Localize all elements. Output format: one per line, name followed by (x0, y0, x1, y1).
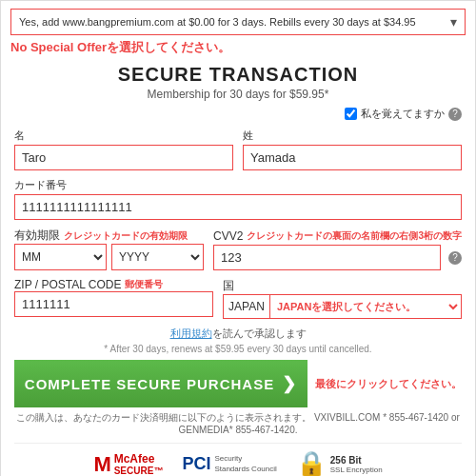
pci-icon: PCI (182, 454, 210, 474)
country-select-wrap: JAPAN JAPANを選択してください。 JAPAN USA UK (223, 294, 462, 319)
offer-bar-text: Yes, add www.bangpremium.com at $0.00 fo… (19, 16, 450, 28)
terms-link[interactable]: 利用規約 (170, 327, 212, 339)
offer-bar[interactable]: Yes, add www.bangpremium.com at $0.00 fo… (10, 9, 466, 35)
title-section: SECURE TRANSACTION Membership for 30 day… (1, 64, 475, 101)
mcafee-badge: M McAfee SECURE™ (93, 452, 163, 477)
expiry-month-select[interactable]: MM 010203 040506 070809 101112 (14, 244, 107, 270)
form-section: 名 姓 カード番号 有効期限 クレジットカードの有効期限 (1, 129, 475, 319)
ssl-label: 256 Bit (330, 455, 383, 466)
chevron-down-icon: ▾ (450, 14, 457, 30)
first-name-label: 名 (14, 129, 233, 143)
last-name-label: 姓 (243, 129, 462, 143)
name-row: 名 姓 (14, 129, 462, 170)
no-special-offer-label: No Special Offerを選択してください。 (10, 39, 466, 56)
page-title: SECURE TRANSACTION (1, 64, 475, 86)
expiry-label: 有効期限 (14, 228, 60, 244)
mcafee-icon: M (93, 452, 110, 477)
card-number-group: カード番号 (14, 178, 462, 220)
card-number-input[interactable] (14, 194, 462, 220)
cta-row: COMPLETE SECURE PURCHASE ❯ 最後にクリックしてください… (1, 360, 475, 407)
terms-row: 利用規約を読んで承認します (1, 327, 475, 341)
cta-arrow-icon: ❯ (282, 373, 297, 394)
remember-me-checkbox[interactable] (345, 108, 357, 120)
expiry-selects: MM 010203 040506 070809 101112 YYYY 2024… (14, 244, 204, 270)
expiry-year-select[interactable]: YYYY 202420252026 202720282029 (111, 244, 204, 270)
renew-note: * After 30 days, renews at $59.95 every … (1, 344, 475, 354)
expiry-hint: クレジットカードの有効期限 (64, 229, 188, 243)
last-name-group: 姓 (243, 129, 462, 170)
country-select[interactable]: JAPANを選択してください。 JAPAN USA UK (270, 295, 461, 318)
complete-purchase-button[interactable]: COMPLETE SECURE PURCHASE ❯ (14, 360, 307, 407)
zip-hint: 郵便番号 (125, 278, 163, 291)
card-number-row: カード番号 (14, 178, 462, 220)
pci-badge: PCI Security Standards Council (182, 454, 276, 474)
first-name-input[interactable] (14, 145, 233, 170)
mcafee-label: McAfee (114, 452, 164, 466)
card-number-label: カード番号 (14, 178, 462, 192)
terms-suffix: を読んで承認します (212, 327, 307, 339)
pci-sub: Security Standards Council (214, 454, 276, 474)
main-container: Yes, add www.bangpremium.com at $0.00 fo… (0, 0, 476, 476)
security-badges: M McAfee SECURE™ PCI Security Standards … (14, 443, 462, 476)
country-prefix: JAPAN (224, 295, 270, 318)
first-name-group: 名 (14, 129, 233, 170)
last-name-input[interactable] (243, 145, 462, 170)
ssl-badge: 🔒 256 Bit SSL Encryption (296, 449, 383, 476)
cvv-input-row: ? (213, 245, 462, 270)
country-label: 国 (223, 278, 462, 294)
cvv-help-icon[interactable]: ? (448, 251, 462, 265)
zip-group: ZIP / POSTAL CODE 郵便番号 (14, 278, 213, 319)
zip-country-row: ZIP / POSTAL CODE 郵便番号 国 JAPAN JAPANを選択し… (14, 278, 462, 319)
mcafee-sub: SECURE™ (114, 466, 164, 476)
expiry-group: 有効期限 クレジットカードの有効期限 MM 010203 040506 0708… (14, 228, 204, 270)
help-icon[interactable]: ? (448, 108, 462, 121)
billing-note: この購入は、あなたのカード決済明細に以下のように表示されます。 VXIVBILL… (1, 411, 475, 435)
cta-label: COMPLETE SECURE PURCHASE (25, 376, 274, 392)
cvv-input[interactable] (213, 245, 441, 270)
page-subtitle: Membership for 30 days for $59.95* (1, 88, 475, 101)
cvv-label: CVV2 (213, 229, 243, 243)
zip-input[interactable] (14, 291, 213, 317)
ssl-sub: SSL Encryption (330, 466, 383, 474)
cvv-group: CVV2 クレジットカードの裏面の名前欄の右側3桁の数字 ? (213, 229, 462, 270)
cvv-hint: クレジットカードの裏面の名前欄の右側3桁の数字 (247, 229, 462, 243)
expiry-cvv-row: 有効期限 クレジットカードの有効期限 MM 010203 040506 0708… (14, 228, 462, 270)
remember-me-label: 私を覚えてますか (361, 107, 445, 121)
remember-me-row: 私を覚えてますか ? (1, 107, 475, 121)
cta-hint: 最後にクリックしてください。 (315, 377, 462, 391)
zip-label: ZIP / POSTAL CODE (14, 278, 121, 291)
country-group: 国 JAPAN JAPANを選択してください。 JAPAN USA UK (223, 278, 462, 319)
lock-icon: 🔒 (296, 449, 327, 476)
